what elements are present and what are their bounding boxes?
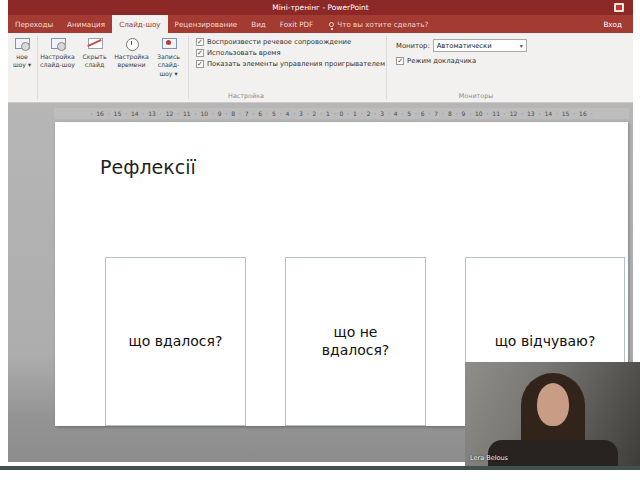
- lightbulb-icon: [329, 22, 334, 27]
- custom-slideshow-label-line1: ное: [16, 53, 28, 61]
- hide-slide-label-line2: слайд: [85, 61, 104, 69]
- setup-slideshow-button[interactable]: Настройка слайд-шоу: [39, 33, 76, 70]
- rehearse-timings-label-line1: Настройка: [114, 53, 149, 61]
- custom-slideshow-button[interactable]: ное шоу ▾: [8, 33, 36, 70]
- presenter-torso: [488, 440, 618, 466]
- tab-view[interactable]: Вид: [244, 15, 273, 33]
- tell-me-search[interactable]: Что вы хотите сделать?: [320, 15, 437, 33]
- monitor-label: Монитор:: [396, 42, 430, 50]
- group-label-monitors: Мониторы: [459, 92, 494, 100]
- monitors-group: Монитор: Автоматически ▾ ✓ Режим докладч…: [396, 33, 556, 102]
- play-narrations-checkbox-row[interactable]: ✓ Воспроизвести речевое сопровождение: [196, 38, 385, 46]
- record-icon: [161, 37, 177, 51]
- chevron-down-icon: ▾: [520, 42, 523, 49]
- monitor-dropdown-value: Автоматически: [437, 42, 492, 50]
- record-slideshow-label-line2: шоу ▾: [159, 70, 177, 78]
- tab-animation[interactable]: Анимация: [60, 15, 112, 33]
- play-narrations-label: Воспроизвести речевое сопровождение: [207, 38, 351, 46]
- slide-text-box-2[interactable]: що не вдалося?: [285, 257, 426, 426]
- checkbox-checked-icon[interactable]: ✓: [196, 49, 204, 57]
- ribbon: ное шоу ▾ Настройка слайд-шоу Скрыть сла…: [8, 33, 633, 103]
- tabrow-spacer: [437, 15, 592, 33]
- clock-icon: [124, 37, 140, 51]
- window-title: Міні-тренінг - PowerPoint: [272, 3, 369, 12]
- ribbon-separator: [386, 36, 387, 99]
- ribbon-separator: [37, 36, 38, 99]
- tab-slideshow[interactable]: Слайд-шоу: [112, 15, 167, 33]
- ribbon-tab-bar: Переходы Анимация Слайд-шоу Рецензирован…: [8, 15, 633, 33]
- tell-me-label: Что вы хотите сделать?: [337, 20, 428, 29]
- checkbox-checked-icon[interactable]: ✓: [396, 57, 404, 65]
- rehearse-timings-button[interactable]: Настройка времени: [113, 33, 150, 70]
- sign-in-button[interactable]: Вход: [592, 15, 633, 33]
- tab-transitions[interactable]: Переходы: [8, 15, 60, 33]
- hide-slide-icon: [87, 37, 103, 51]
- horizontal-ruler[interactable]: · 16 · 15 · 14 · 13 · 12 · 11 · 10 · 9 ·…: [54, 108, 629, 119]
- ribbon-separator: [188, 36, 189, 99]
- slideshow-screen-icon: [14, 37, 30, 51]
- slide-title[interactable]: Рефлексії: [100, 156, 196, 178]
- presenter-view-label: Режим докладчика: [407, 57, 476, 65]
- tab-review[interactable]: Рецензирование: [168, 15, 245, 33]
- group-label-setup: Настройка: [228, 92, 264, 100]
- checkbox-checked-icon[interactable]: ✓: [196, 60, 204, 68]
- monitor-dropdown[interactable]: Автоматически ▾: [433, 39, 527, 52]
- slide-text-box-1[interactable]: що вдалося?: [105, 257, 246, 426]
- webcam-name-label: Lera Belous: [470, 454, 508, 462]
- use-timings-checkbox-row[interactable]: ✓ Использовать время: [196, 49, 385, 57]
- video-frame-line: [0, 466, 640, 470]
- window-control-icon[interactable]: [614, 3, 624, 12]
- webcam-overlay: Lera Belous: [465, 362, 640, 466]
- custom-slideshow-label-line2: шоу ▾: [13, 61, 31, 69]
- tab-foxit-pdf[interactable]: Foxit PDF: [273, 15, 320, 33]
- rehearse-timings-label-line2: времени: [118, 61, 146, 69]
- record-slideshow-button[interactable]: Запись слайд- шоу ▾: [150, 33, 187, 78]
- titlebar: Міні-тренінг - PowerPoint: [8, 0, 633, 15]
- show-media-controls-label: Показать элементы управления проигрывате…: [207, 60, 385, 68]
- presenter-view-checkbox-row[interactable]: ✓ Режим докладчика: [396, 57, 556, 65]
- use-timings-label: Использовать время: [207, 49, 281, 57]
- setup-slideshow-label-line2: слайд-шоу: [40, 61, 75, 69]
- record-slideshow-label-line1: Запись слайд-: [150, 53, 187, 70]
- hide-slide-button[interactable]: Скрыть слайд: [76, 33, 113, 70]
- hide-slide-label-line1: Скрыть: [82, 53, 106, 61]
- slideshow-options-group: ✓ Воспроизвести речевое сопровождение ✓ …: [190, 33, 385, 71]
- setup-slideshow-icon: [50, 37, 66, 51]
- presenter-face: [537, 383, 569, 426]
- setup-slideshow-label-line1: Настройка: [40, 53, 75, 61]
- checkbox-checked-icon[interactable]: ✓: [196, 38, 204, 46]
- show-media-controls-checkbox-row[interactable]: ✓ Показать элементы управления проигрыва…: [196, 60, 385, 68]
